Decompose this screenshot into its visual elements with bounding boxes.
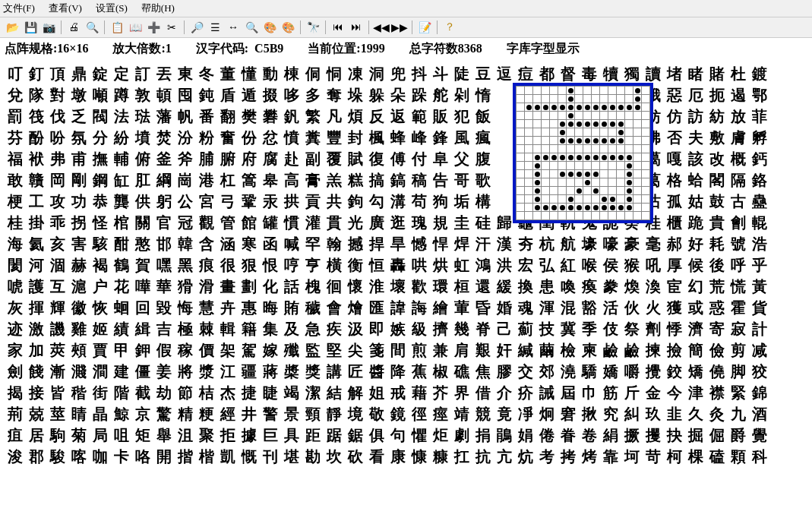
char-cell[interactable]: 堵 — [664, 63, 685, 84]
char-cell[interactable]: 隊 — [26, 84, 47, 106]
char-cell[interactable]: 减 — [749, 339, 770, 361]
char-cell[interactable]: 警 — [260, 403, 281, 425]
char-cell[interactable]: 句 — [387, 425, 409, 446]
char-cell[interactable]: 寄 — [706, 318, 728, 339]
char-cell[interactable]: 瘓 — [579, 276, 600, 297]
char-cell[interactable]: 寒 — [239, 233, 260, 254]
char-cell[interactable]: 杠 — [217, 169, 239, 191]
char-cell[interactable]: 經 — [217, 403, 239, 425]
char-cell[interactable]: 放 — [728, 106, 749, 127]
char-cell[interactable]: 嚎 — [600, 233, 621, 254]
char-cell[interactable]: 回 — [132, 297, 153, 318]
char-cell[interactable]: 扼 — [706, 84, 728, 106]
char-cell[interactable]: 睹 — [685, 63, 706, 84]
char-cell[interactable]: 敷 — [706, 127, 728, 148]
char-cell[interactable]: 咖 — [90, 446, 111, 467]
char-cell[interactable]: 艱 — [472, 339, 494, 361]
char-cell[interactable]: 耗 — [706, 233, 728, 254]
char-cell[interactable]: 褐 — [90, 254, 111, 276]
char-cell[interactable]: 棵 — [685, 446, 706, 467]
char-cell[interactable]: 反 — [366, 106, 387, 127]
char-cell[interactable]: 諱 — [387, 297, 409, 318]
swap-icon[interactable]: ↔ — [226, 20, 241, 35]
char-cell[interactable]: 殲 — [281, 339, 302, 361]
char-cell[interactable]: 駿 — [47, 446, 68, 467]
char-cell[interactable]: 炬 — [430, 425, 451, 446]
char-cell[interactable]: 即 — [366, 318, 387, 339]
char-cell[interactable]: 浩 — [749, 233, 770, 254]
char-cell[interactable]: 荒 — [706, 276, 728, 297]
char-cell[interactable]: 繪 — [430, 297, 451, 318]
char-cell[interactable]: 悍 — [430, 233, 451, 254]
char-cell[interactable]: 恢 — [90, 297, 111, 318]
char-cell[interactable]: 獲 — [664, 297, 685, 318]
char-cell[interactable]: 獨 — [621, 63, 643, 84]
char-cell[interactable]: 鎬 — [387, 169, 409, 191]
char-cell[interactable]: 兌 — [5, 84, 26, 106]
char-cell[interactable]: 吉 — [153, 318, 175, 339]
char-cell[interactable]: 競 — [472, 403, 494, 425]
char-cell[interactable]: 揩 — [175, 446, 196, 467]
char-cell[interactable]: 刊 — [260, 446, 281, 467]
char-cell[interactable]: 雞 — [68, 318, 90, 339]
char-cell[interactable]: 撅 — [621, 425, 643, 446]
char-cell[interactable]: 鼓 — [706, 191, 728, 212]
char-cell[interactable]: 館 — [239, 212, 260, 233]
char-cell[interactable]: 脊 — [472, 318, 494, 339]
char-cell[interactable]: 拷 — [558, 446, 579, 467]
char-cell[interactable]: 構 — [472, 191, 494, 212]
last-icon[interactable]: ⏭ — [349, 20, 364, 35]
char-cell[interactable]: 津 — [685, 382, 706, 403]
char-cell[interactable]: 蛔 — [111, 297, 132, 318]
char-cell[interactable]: 嫉 — [387, 318, 409, 339]
char-cell[interactable]: 淮 — [366, 276, 387, 297]
char-cell[interactable]: 瑰 — [409, 212, 430, 233]
char-cell[interactable]: 仿 — [664, 106, 685, 127]
char-cell[interactable]: 稭 — [68, 382, 90, 403]
char-cell[interactable]: 阜 — [430, 148, 451, 169]
char-cell[interactable]: 酣 — [111, 233, 132, 254]
char-cell[interactable]: 忿 — [260, 127, 281, 148]
char-cell[interactable]: 規 — [430, 212, 451, 233]
char-cell[interactable]: 幻 — [685, 276, 706, 297]
char-cell[interactable]: 磕 — [706, 446, 728, 467]
char-cell[interactable]: 火 — [643, 297, 664, 318]
char-cell[interactable]: 黑 — [175, 254, 196, 276]
char-cell[interactable]: 覆 — [324, 148, 345, 169]
char-cell[interactable]: 否 — [664, 127, 685, 148]
char-cell[interactable]: 華 — [153, 276, 175, 297]
char-cell[interactable]: 供 — [132, 191, 153, 212]
char-cell[interactable]: 墳 — [132, 127, 153, 148]
char-cell[interactable]: 豐 — [324, 127, 345, 148]
char-cell[interactable]: 歸 — [494, 212, 515, 233]
char-cell[interactable]: 犢 — [600, 63, 621, 84]
print-icon[interactable]: 🖨 — [66, 20, 81, 35]
char-cell[interactable]: 撿 — [664, 339, 685, 361]
char-cell[interactable]: 候 — [685, 254, 706, 276]
char-cell[interactable]: 膠 — [494, 361, 515, 382]
char-cell[interactable]: 糠 — [430, 446, 451, 467]
char-cell[interactable]: 後 — [706, 254, 728, 276]
char-cell[interactable]: 撫 — [90, 148, 111, 169]
char-cell[interactable]: 東 — [175, 63, 196, 84]
char-cell[interactable]: 航 — [558, 233, 579, 254]
char-cell[interactable]: 漸 — [47, 361, 68, 382]
char-cell[interactable]: 帆 — [175, 106, 196, 127]
char-cell[interactable]: 俱 — [366, 425, 387, 446]
char-cell[interactable]: 函 — [260, 233, 281, 254]
char-cell[interactable]: 晦 — [260, 297, 281, 318]
char-cell[interactable]: 壞 — [387, 276, 409, 297]
char-cell[interactable]: 炯 — [536, 403, 558, 425]
char-cell[interactable]: 福 — [5, 148, 26, 169]
char-cell[interactable]: 環 — [430, 276, 451, 297]
save-icon[interactable]: 💾 — [23, 20, 38, 35]
char-cell[interactable]: 拐 — [68, 212, 90, 233]
char-cell[interactable]: 巾 — [579, 382, 600, 403]
char-cell[interactable]: 乏 — [68, 106, 90, 127]
char-cell[interactable]: 粳 — [196, 403, 217, 425]
char-cell[interactable]: 靜 — [324, 403, 345, 425]
char-cell[interactable]: 韭 — [664, 403, 685, 425]
char-cell[interactable]: 康 — [387, 446, 409, 467]
char-cell[interactable]: 復 — [366, 148, 387, 169]
char-cell[interactable]: 節 — [175, 382, 196, 403]
